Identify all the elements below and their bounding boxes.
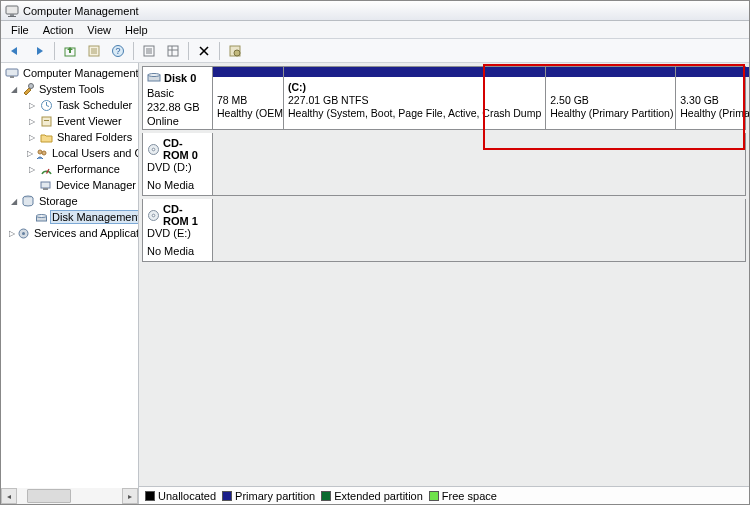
storage-icon: [21, 194, 35, 208]
cdrom-row[interactable]: CD-ROM 0 DVD (D:) No Media: [142, 133, 746, 196]
forward-button[interactable]: [28, 41, 50, 61]
legend-unallocated: Unallocated: [145, 490, 216, 502]
disk-graphical-view: Disk 0 Basic 232.88 GB Online 78 MB Heal…: [139, 63, 749, 486]
partition[interactable]: 3.30 GB Healthy (Primary Partition): [675, 67, 749, 129]
cdrom-icon: [147, 142, 160, 156]
tree-disk-management[interactable]: ▷Disk Management: [13, 209, 138, 225]
disk-row[interactable]: Disk 0 Basic 232.88 GB Online 78 MB Heal…: [142, 66, 746, 130]
tree-services[interactable]: ▷ Services and Applications: [9, 225, 138, 241]
swatch-icon: [321, 491, 331, 501]
scroll-track[interactable]: [17, 488, 122, 504]
svg-rect-14: [168, 46, 178, 56]
expand-icon[interactable]: ▷: [9, 228, 15, 238]
legend-free: Free space: [429, 490, 497, 502]
svg-rect-1: [10, 14, 14, 16]
tree-local-users[interactable]: ▷Local Users and Groups: [13, 145, 138, 161]
app-icon: [5, 4, 19, 18]
legend-extended: Extended partition: [321, 490, 423, 502]
menu-bar: File Action View Help: [1, 21, 749, 39]
help-button[interactable]: ?: [107, 41, 129, 61]
expand-icon[interactable]: ▷: [27, 164, 37, 174]
expand-icon[interactable]: ▷: [27, 132, 37, 142]
partition[interactable]: 2.50 GB Healthy (Primary Partition): [545, 67, 675, 129]
svg-rect-21: [6, 69, 18, 76]
scroll-right-button[interactable]: ▸: [122, 488, 138, 504]
expand-icon[interactable]: ▷: [27, 100, 37, 110]
performance-icon: [39, 162, 53, 176]
tree-root-label: Computer Management (Local: [21, 67, 139, 79]
collapse-icon[interactable]: ◢: [9, 84, 19, 94]
svg-point-42: [152, 148, 155, 151]
nav-tree: Computer Management (Local ◢ System Tool…: [1, 63, 139, 504]
tree-root[interactable]: Computer Management (Local: [5, 65, 138, 81]
device-icon: [39, 178, 52, 192]
back-button[interactable]: [4, 41, 26, 61]
scroll-thumb[interactable]: [27, 489, 71, 503]
svg-rect-28: [44, 120, 49, 121]
partition-container: 78 MB Healthy (OEM Pa (C:) 227.01 GB NTF…: [213, 67, 749, 129]
menu-file[interactable]: File: [5, 23, 35, 37]
swatch-icon: [145, 491, 155, 501]
scroll-left-button[interactable]: ◂: [1, 488, 17, 504]
tree-event-viewer[interactable]: ▷Event Viewer: [13, 113, 138, 129]
menu-action[interactable]: Action: [37, 23, 80, 37]
disk-icon: [35, 210, 48, 224]
swatch-icon: [222, 491, 232, 501]
svg-point-44: [152, 214, 155, 217]
cdrom-body: [213, 199, 745, 261]
swatch-icon: [429, 491, 439, 501]
cdrom-row[interactable]: CD-ROM 1 DVD (E:) No Media: [142, 199, 746, 262]
expand-icon[interactable]: ▷: [27, 116, 37, 126]
tree-label: System Tools: [37, 83, 106, 95]
view-detail-button[interactable]: [162, 41, 184, 61]
tree-device-manager[interactable]: ▷Device Manager: [13, 177, 138, 193]
tree-storage[interactable]: ◢ Storage: [9, 193, 138, 209]
legend-bar: Unallocated Primary partition Extended p…: [139, 486, 749, 504]
cdrom-header[interactable]: CD-ROM 1 DVD (E:) No Media: [143, 199, 213, 261]
cdrom-header[interactable]: CD-ROM 0 DVD (D:) No Media: [143, 133, 213, 195]
cdrom-body: [213, 133, 745, 195]
svg-point-30: [42, 151, 46, 155]
event-icon: [39, 114, 53, 128]
users-icon: [35, 146, 48, 160]
tree-task-scheduler[interactable]: ▷Task Scheduler: [13, 97, 138, 113]
svg-rect-2: [8, 16, 16, 17]
cdrom-icon: [147, 208, 160, 222]
expand-icon[interactable]: ▷: [27, 148, 33, 158]
partition-stripe: [284, 67, 545, 77]
disk-management-pane: Disk 0 Basic 232.88 GB Online 78 MB Heal…: [139, 63, 749, 504]
partition[interactable]: (C:) 227.01 GB NTFS Healthy (System, Boo…: [283, 67, 545, 129]
tools-icon: [21, 82, 35, 96]
svg-rect-27: [42, 117, 51, 126]
up-button[interactable]: [59, 41, 81, 61]
app-window: Computer Management File Action View Hel…: [0, 0, 750, 505]
body: Computer Management (Local ◢ System Tool…: [1, 63, 749, 504]
delete-button[interactable]: [193, 41, 215, 61]
disk-header[interactable]: Disk 0 Basic 232.88 GB Online: [143, 67, 213, 129]
legend-primary: Primary partition: [222, 490, 315, 502]
svg-rect-32: [41, 182, 50, 188]
toolbar: ?: [1, 39, 749, 63]
computer-icon: [5, 66, 19, 80]
settings-button[interactable]: [224, 41, 246, 61]
collapse-icon[interactable]: ◢: [9, 196, 19, 206]
tree-system-tools[interactable]: ◢ System Tools: [9, 81, 138, 97]
menu-help[interactable]: Help: [119, 23, 154, 37]
svg-rect-33: [43, 188, 48, 190]
partition[interactable]: 78 MB Healthy (OEM Pa: [213, 67, 283, 129]
menu-view[interactable]: View: [81, 23, 117, 37]
properties-button[interactable]: [83, 41, 105, 61]
title-bar[interactable]: Computer Management: [1, 1, 749, 21]
svg-point-29: [38, 150, 42, 154]
services-icon: [17, 226, 30, 240]
window-title: Computer Management: [23, 5, 139, 17]
view-list-button[interactable]: [138, 41, 160, 61]
tree-performance[interactable]: ▷Performance: [13, 161, 138, 177]
tree-shared-folders[interactable]: ▷Shared Folders: [13, 129, 138, 145]
svg-point-20: [234, 50, 240, 56]
hard-disk-icon: [147, 71, 161, 85]
svg-point-40: [148, 74, 160, 77]
partition-stripe: [213, 67, 283, 77]
svg-text:?: ?: [115, 46, 120, 56]
tree-horizontal-scrollbar[interactable]: ◂ ▸: [1, 488, 138, 504]
